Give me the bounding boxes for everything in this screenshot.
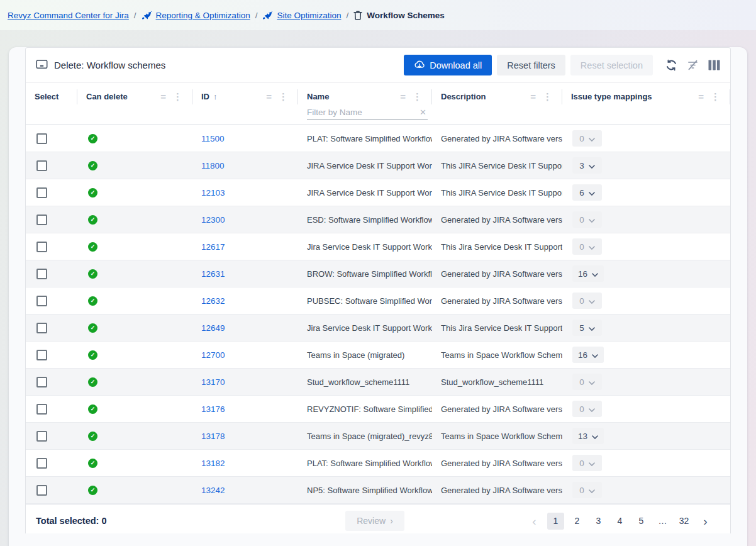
- name-filter-box: ✕: [307, 108, 428, 120]
- pagination-page-2[interactable]: 2: [569, 513, 586, 530]
- sort-ascending-icon[interactable]: ↑: [213, 92, 218, 101]
- chevron-down-icon: [589, 486, 595, 495]
- breadcrumb-separator: /: [134, 11, 136, 20]
- breadcrumb-item-reporting-optimization[interactable]: Reporting & Optimization: [142, 10, 250, 20]
- issue-type-mappings-dropdown[interactable]: 6: [572, 184, 602, 201]
- filter-off-icon[interactable]: [687, 59, 699, 71]
- pagination-page-3[interactable]: 3: [590, 513, 607, 530]
- pagination-prev-icon[interactable]: ‹: [526, 513, 543, 530]
- breadcrumb-link[interactable]: Reporting & Optimization: [156, 11, 250, 20]
- description-cell: Generated by JIRA Software version: [432, 396, 562, 422]
- id-cell: 13170: [192, 369, 298, 395]
- row-select-checkbox[interactable]: [36, 350, 47, 360]
- row-select-checkbox[interactable]: [36, 323, 47, 333]
- row-select-checkbox[interactable]: [36, 133, 47, 144]
- toolbar-actions: Download all Reset filters Reset selecti…: [404, 55, 720, 75]
- can-delete-check-icon: ✓: [88, 296, 97, 306]
- column-filter-menu-icon[interactable]: =: [266, 91, 272, 102]
- pagination-page-4[interactable]: 4: [611, 513, 628, 530]
- row-select-checkbox[interactable]: [36, 242, 47, 252]
- id-link[interactable]: 12631: [201, 269, 225, 279]
- row-select-checkbox[interactable]: [36, 377, 47, 387]
- row-select-checkbox[interactable]: [36, 485, 47, 496]
- breadcrumb-item-site-optimization[interactable]: Site Optimization: [262, 10, 341, 20]
- issue-type-mappings-dropdown[interactable]: 0: [572, 482, 602, 498]
- row-select-checkbox[interactable]: [36, 187, 47, 198]
- clear-filter-icon[interactable]: ✕: [418, 108, 428, 117]
- column-options-icon[interactable]: ⋮: [711, 91, 720, 103]
- column-options-icon[interactable]: ⋮: [413, 91, 422, 103]
- issue-type-mappings-dropdown[interactable]: 0: [572, 374, 602, 390]
- id-link[interactable]: 13182: [201, 459, 225, 468]
- row-select-checkbox[interactable]: [36, 296, 47, 306]
- description-cell: This JIRA Service Desk IT Support Workfl…: [432, 179, 562, 206]
- breadcrumb-link[interactable]: Site Optimization: [277, 11, 341, 20]
- issue-type-mappings-dropdown[interactable]: 5: [572, 320, 602, 336]
- rocket-icon: [262, 10, 272, 20]
- columns-icon[interactable]: [708, 60, 720, 70]
- column-filter-menu-icon[interactable]: =: [400, 91, 406, 102]
- issue-type-mappings-dropdown[interactable]: 0: [572, 238, 602, 255]
- issue-type-mappings-dropdown[interactable]: 3: [572, 157, 602, 174]
- column-filter-menu-icon[interactable]: =: [530, 91, 536, 102]
- table-row: ✓12649Jira Service Desk IT Support Workf…: [26, 315, 730, 342]
- issue-type-mappings-dropdown[interactable]: 0: [572, 211, 602, 228]
- issue-type-mappings-dropdown[interactable]: 13: [572, 428, 604, 444]
- name-filter-input[interactable]: [307, 108, 418, 117]
- id-link[interactable]: 13242: [201, 486, 225, 495]
- column-options-icon[interactable]: ⋮: [543, 91, 552, 103]
- id-link[interactable]: 11800: [201, 161, 225, 170]
- download-all-button[interactable]: Download all: [404, 55, 492, 75]
- select-cell: [26, 477, 77, 503]
- column-options-icon[interactable]: ⋮: [279, 91, 288, 103]
- pagination-page-1[interactable]: 1: [547, 513, 564, 530]
- issue-type-mappings-dropdown[interactable]: 0: [572, 455, 602, 471]
- row-select-checkbox[interactable]: [36, 160, 47, 171]
- issue-type-mappings-dropdown[interactable]: 0: [572, 401, 602, 417]
- id-link[interactable]: 11500: [201, 134, 225, 143]
- issue-type-mappings-dropdown[interactable]: 0: [572, 130, 602, 147]
- pagination-next-icon[interactable]: ›: [697, 513, 714, 530]
- reset-filters-button[interactable]: Reset filters: [497, 55, 565, 75]
- row-select-checkbox[interactable]: [36, 269, 47, 279]
- name-cell: PLAT: Software Simplified Workflow: [298, 125, 432, 152]
- id-link[interactable]: 13178: [201, 432, 225, 441]
- id-link[interactable]: 13170: [201, 377, 225, 387]
- pagination-page-32[interactable]: 32: [675, 513, 692, 530]
- id-link[interactable]: 13176: [201, 404, 225, 414]
- column-header-label: Issue type mappings: [571, 92, 652, 101]
- review-button[interactable]: Review ›: [345, 511, 404, 531]
- chevron-down-icon: [592, 350, 598, 360]
- column-filter-menu-icon[interactable]: =: [698, 91, 704, 102]
- row-select-checkbox[interactable]: [36, 431, 47, 442]
- column-filter-menu-icon[interactable]: =: [160, 91, 166, 102]
- pagination-page-5[interactable]: 5: [633, 513, 650, 530]
- filter-row: ✕: [26, 108, 730, 125]
- row-select-checkbox[interactable]: [36, 214, 47, 225]
- table-toolbar: Delete: Workflow schemes Download all Re…: [26, 48, 730, 83]
- issue-type-mappings-dropdown[interactable]: 16: [572, 347, 604, 363]
- id-link[interactable]: 12649: [201, 323, 225, 333]
- column-header-mappings: Issue type mappings=⋮: [562, 86, 730, 108]
- id-link[interactable]: 12617: [201, 242, 225, 252]
- id-link[interactable]: 12300: [201, 215, 225, 225]
- id-link[interactable]: 12632: [201, 296, 225, 306]
- mappings-count: 6: [579, 188, 584, 198]
- column-header-label: Can delete: [86, 92, 128, 101]
- mappings-cell: 0: [562, 233, 730, 260]
- row-select-checkbox[interactable]: [36, 458, 47, 469]
- refresh-icon[interactable]: [665, 59, 677, 71]
- table-row: ✓13182PLAT: Software Simplified Workflow…: [26, 450, 730, 477]
- id-link[interactable]: 12700: [201, 350, 225, 360]
- id-link[interactable]: 12103: [201, 188, 225, 198]
- issue-type-mappings-dropdown[interactable]: 16: [572, 265, 604, 282]
- chevron-down-icon: [592, 432, 598, 441]
- reset-selection-button[interactable]: Reset selection: [570, 55, 653, 75]
- row-select-checkbox[interactable]: [36, 404, 47, 415]
- breadcrumb-item-command-center[interactable]: Revyz Command Center for Jira: [8, 11, 129, 20]
- breadcrumb-link[interactable]: Revyz Command Center for Jira: [8, 11, 129, 20]
- breadcrumb-separator: /: [255, 11, 258, 20]
- select-cell: [26, 260, 77, 287]
- column-options-icon[interactable]: ⋮: [173, 91, 182, 103]
- issue-type-mappings-dropdown[interactable]: 0: [572, 292, 602, 309]
